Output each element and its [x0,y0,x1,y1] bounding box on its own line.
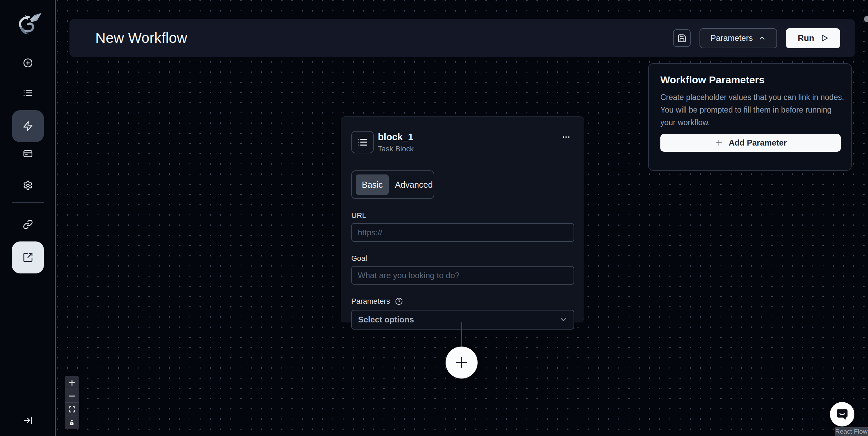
workflow-canvas[interactable]: New Workflow Parameters Run [57,0,868,436]
workflow-parameters-title: Workflow Parameters [660,74,839,86]
tab-basic[interactable]: Basic [356,174,389,195]
unlocked-padlock-icon [68,419,75,426]
gear-icon [23,180,33,190]
arrow-right-to-bar-icon [22,415,33,426]
add-parameter-label: Add Parameter [729,138,787,148]
canvas-controls [65,376,79,429]
workflow-header-bar: New Workflow Parameters Run [69,19,855,57]
plus-icon [68,379,76,387]
credit-card-icon [23,149,33,159]
parameters-label: Parameters [351,297,390,306]
tab-advanced[interactable]: Advanced [389,174,439,195]
header-actions: Parameters Run [673,19,840,57]
sidebar-item-settings[interactable] [12,169,44,201]
chat-bubble-icon [835,407,849,421]
chat-launcher-button[interactable] [830,402,854,426]
node-menu-button[interactable] [559,133,573,141]
node-mode-tabs: Basic Advanced [351,170,434,199]
url-label: URL [351,211,574,220]
parameters-select-value: Select options [358,315,414,324]
zoom-out-button[interactable] [65,389,79,403]
edge-connector-line [461,322,462,347]
page-title: New Workflow [95,30,187,46]
node-header: block_1 Task Block [351,131,574,153]
help-circle-icon[interactable] [395,297,403,305]
sidebar-item-workflows[interactable] [12,110,44,142]
goal-label: Goal [351,254,574,263]
parameters-toggle-label: Parameters [710,33,753,43]
sidebar-item-integrations[interactable] [12,208,44,240]
parameters-select[interactable]: Select options [351,310,574,330]
lock-interactivity-button[interactable] [65,416,79,429]
attribution-label: React Flow [835,428,867,435]
parameters-toggle-button[interactable]: Parameters [700,28,777,48]
plus-circle-icon [23,58,33,68]
node-title: block_1 [378,132,413,142]
minus-icon [68,392,76,400]
lightning-bolt-icon [22,121,33,132]
corner-brackets-icon [68,406,76,413]
list-icon [357,136,368,148]
ellipsis-icon [559,133,573,141]
sidebar-item-create[interactable] [12,47,44,79]
chevron-up-icon [758,34,766,42]
node-subtitle: Task Block [378,145,414,153]
chevron-down-icon [559,316,567,324]
goal-input[interactable] [351,266,574,285]
zoom-in-button[interactable] [65,376,79,389]
plus-icon [714,138,723,147]
list-icon [23,88,33,98]
workflow-parameters-description: Create placeholder values that you can l… [660,91,844,129]
add-node-button[interactable] [446,347,478,379]
sidebar-expand-button[interactable] [14,410,42,431]
save-button[interactable] [673,29,691,47]
run-button[interactable]: Run [786,28,840,48]
arrow-out-of-box-icon [22,252,33,263]
react-flow-attribution[interactable]: React Flow [835,427,868,436]
task-block-node[interactable]: block_1 Task Block Basic Advanced URL Go… [341,116,584,322]
parameters-field-row: Parameters [351,297,574,306]
scrollbar-thumb[interactable] [864,16,868,22]
sidebar-item-runs[interactable] [12,77,44,109]
sidebar [0,0,56,436]
url-input[interactable] [351,223,574,242]
workflow-parameters-panel: Workflow Parameters Create placeholder v… [648,63,852,171]
add-parameter-button[interactable]: Add Parameter [660,134,841,152]
chain-link-icon [23,219,33,230]
plus-icon [454,355,469,370]
sidebar-item-credentials[interactable] [12,138,44,170]
save-icon [677,34,687,43]
sidebar-item-external-app[interactable] [12,241,44,273]
skyvern-logo-icon[interactable] [13,10,44,40]
play-icon [820,34,829,43]
node-type-icon-box [351,131,374,153]
fit-view-button[interactable] [65,403,79,416]
sidebar-divider [12,202,44,203]
run-label: Run [798,33,814,43]
